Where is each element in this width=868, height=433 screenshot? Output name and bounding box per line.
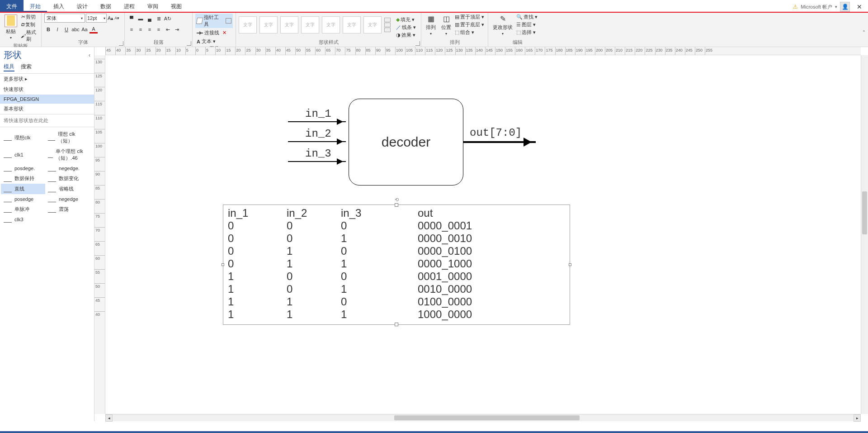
- justify[interactable]: ≡: [155, 25, 163, 33]
- align-right[interactable]: ≡: [146, 25, 154, 33]
- arrow-out[interactable]: [463, 141, 536, 143]
- rotate-handle-icon[interactable]: ⟲: [395, 197, 399, 203]
- account-dropdown[interactable]: ▾: [835, 5, 837, 9]
- tab-开始[interactable]: 开始: [24, 0, 47, 12]
- stencil-item[interactable]: posdege.: [1, 163, 45, 173]
- avatar[interactable]: 👤: [840, 2, 850, 12]
- align-bottom[interactable]: ▄: [146, 14, 154, 23]
- hscroll-right[interactable]: ▸: [854, 414, 861, 422]
- stencil-item[interactable]: 直线: [1, 184, 45, 194]
- account-label[interactable]: Microsoft 帐户: [801, 4, 832, 10]
- align-left[interactable]: ≡: [127, 25, 136, 33]
- close-button[interactable]: ✕: [853, 3, 866, 10]
- tab-审阅[interactable]: 审阅: [141, 0, 165, 12]
- bring-front[interactable]: ▤ 置于顶层 ▾: [455, 14, 484, 20]
- stencil-item[interactable]: clk1: [1, 146, 45, 163]
- style-gallery[interactable]: 文字 文字 文字 文字 文字 文字 文字: [239, 16, 391, 33]
- truth-table-frame[interactable]: ⟲ in_1in_2in_3out0000000_00010010000_001…: [223, 205, 570, 325]
- gallery-more[interactable]: [384, 18, 391, 32]
- strike-button[interactable]: abc: [71, 25, 80, 33]
- style-thumb[interactable]: 文字: [363, 16, 382, 33]
- bold-button[interactable]: B: [44, 25, 52, 33]
- layer-button[interactable]: ☰ 图层 ▾: [516, 21, 538, 28]
- stencil-item[interactable]: 震荡: [45, 204, 90, 214]
- more-shapes[interactable]: 更多形状 ▸: [0, 74, 94, 84]
- paste-button[interactable]: 粘贴 ▾: [3, 14, 19, 41]
- tab-文件[interactable]: 文件: [0, 0, 24, 12]
- shrink-font[interactable]: A▾: [114, 16, 119, 20]
- style-thumb[interactable]: 文字: [343, 16, 361, 33]
- stencil-item[interactable]: 数据变化: [45, 173, 90, 184]
- stencil-item[interactable]: 省略线: [45, 184, 90, 194]
- stencil-item[interactable]: clk3: [1, 214, 45, 224]
- canvas[interactable]: decoder in_1 in_2 in_3 out[7:0] ⟲ in_1in…: [105, 55, 861, 414]
- stencil-item[interactable]: 理想clk: [1, 129, 45, 146]
- hscroll-thumb[interactable]: [394, 415, 580, 420]
- cut-button[interactable]: 剪切: [21, 14, 38, 20]
- sub-stencil[interactable]: 模具: [4, 63, 14, 71]
- style-thumb[interactable]: 文字: [301, 16, 319, 33]
- resize-handle-right[interactable]: [569, 263, 571, 266]
- align-button[interactable]: ▦排列▾: [424, 14, 438, 37]
- tab-进程[interactable]: 进程: [118, 0, 141, 12]
- sub-search[interactable]: 搜索: [21, 63, 32, 71]
- find-button[interactable]: 🔍 查找 ▾: [516, 14, 538, 20]
- stencil-item[interactable]: negedge.: [45, 163, 90, 173]
- font-color-button[interactable]: A: [90, 25, 98, 33]
- align-top[interactable]: ▀: [127, 14, 136, 23]
- style-thumb[interactable]: 文字: [280, 16, 298, 33]
- indent-inc[interactable]: ⇥: [173, 25, 181, 33]
- tab-数据[interactable]: 数据: [94, 0, 118, 12]
- tab-设计[interactable]: 设计: [71, 0, 94, 12]
- select-button[interactable]: ⬚ 选择 ▾: [516, 29, 538, 36]
- decoder-block[interactable]: decoder: [349, 99, 463, 186]
- para-dialog-launch[interactable]: [187, 41, 191, 46]
- case-button[interactable]: Aa: [80, 25, 89, 33]
- style-thumb[interactable]: 文字: [259, 16, 278, 33]
- tool-options[interactable]: ▾: [213, 38, 216, 44]
- format-painter-button[interactable]: 格式刷: [21, 29, 38, 43]
- vscroll-thumb[interactable]: [862, 191, 867, 234]
- bullets[interactable]: ≣: [155, 14, 163, 23]
- indent-dec[interactable]: ⇤: [164, 25, 172, 33]
- position-button[interactable]: ◫位置▾: [439, 14, 453, 37]
- stencil-item[interactable]: 数据保持: [1, 173, 45, 184]
- connector-tool[interactable]: 连接线✕: [195, 29, 228, 37]
- stencil-item[interactable]: negedge: [45, 194, 90, 204]
- style-thumb[interactable]: 文字: [322, 16, 340, 33]
- line-button[interactable]: ／线条 ▾: [396, 24, 416, 31]
- arrow-in2[interactable]: [288, 141, 346, 142]
- collapse-panel[interactable]: ‹: [89, 52, 90, 58]
- fpga-design-stencil[interactable]: FPGA_DESIGN: [0, 95, 94, 104]
- stencil-item[interactable]: posedge: [1, 194, 45, 204]
- arrow-in3[interactable]: [288, 161, 346, 162]
- font-dialog-launch[interactable]: [119, 41, 123, 46]
- arrow-in1[interactable]: [288, 121, 346, 122]
- style-thumb[interactable]: 文字: [239, 16, 257, 33]
- underline-button[interactable]: U: [62, 25, 71, 33]
- shape-picker[interactable]: [226, 18, 231, 24]
- stencil-item[interactable]: 单个理想 clk（短）.46: [45, 146, 90, 163]
- quick-shapes[interactable]: 快速形状: [0, 84, 94, 95]
- stencil-item[interactable]: 单脉冲: [1, 204, 45, 214]
- change-shape-button[interactable]: ✎更改形状▾: [491, 14, 514, 37]
- send-back[interactable]: ▥ 置于底层 ▾: [455, 21, 484, 28]
- font-name-combo[interactable]: 宋体▾: [44, 14, 85, 23]
- grow-font[interactable]: A▴: [108, 15, 113, 21]
- stencil-item[interactable]: 理想 clk（短）: [45, 129, 90, 146]
- clear-tool[interactable]: ✕: [222, 30, 226, 36]
- effect-button[interactable]: ◑效果 ▾: [396, 32, 416, 38]
- italic-button[interactable]: I: [53, 25, 61, 33]
- styles-dialog-launch[interactable]: [415, 41, 420, 46]
- font-size-combo[interactable]: 12pt▾: [86, 14, 107, 23]
- hscroll-left[interactable]: ◂: [105, 414, 113, 422]
- basic-shapes-stencil[interactable]: 基本形状: [0, 104, 94, 114]
- copy-button[interactable]: 复制: [21, 21, 38, 28]
- tab-插入[interactable]: 插入: [47, 0, 71, 12]
- collapse-ribbon[interactable]: ˄: [863, 30, 865, 36]
- vertical-scrollbar[interactable]: [861, 55, 868, 414]
- horizontal-scrollbar[interactable]: ◂ ▸: [105, 414, 861, 421]
- fill-button[interactable]: ◆填充 ▾: [396, 16, 416, 23]
- pointer-tool[interactable]: 指针工具: [195, 14, 233, 28]
- text-tool[interactable]: A文本▾: [195, 38, 217, 45]
